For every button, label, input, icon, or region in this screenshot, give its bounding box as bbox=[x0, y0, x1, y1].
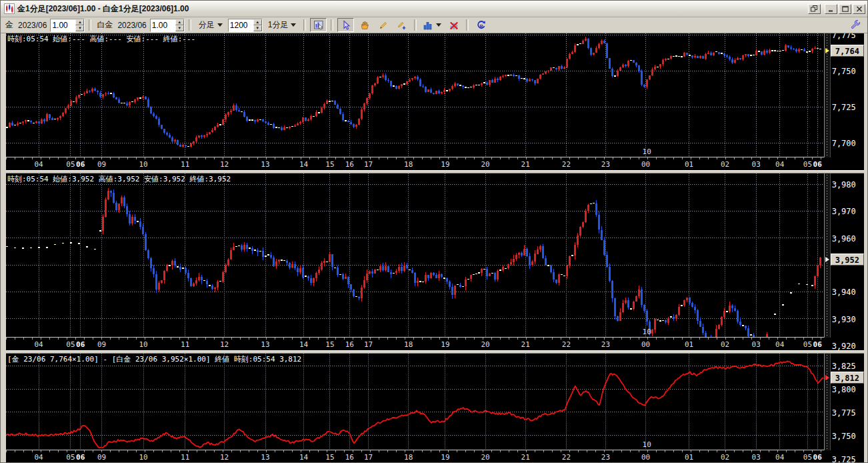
price-scale-slider[interactable] bbox=[824, 173, 831, 338]
maximize-button[interactable] bbox=[839, 4, 851, 14]
time-axis: 0405060910111213141516171819202122230001… bbox=[6, 450, 824, 462]
pencil-anchor-icon bbox=[397, 20, 407, 31]
price-axis-spread: 3,8253,8003,7753,7503,7253,812 bbox=[831, 354, 864, 462]
time-label: 02 bbox=[721, 453, 729, 462]
time-label: 21 bbox=[521, 453, 530, 462]
duplicate-window-button[interactable] bbox=[808, 4, 821, 14]
time-label: 05 bbox=[66, 340, 75, 349]
current-price-marker bbox=[825, 257, 829, 262]
platinum-ratio-input[interactable] bbox=[151, 19, 175, 31]
gold-ratio-input[interactable] bbox=[51, 19, 75, 31]
time-label: 12 bbox=[220, 453, 229, 462]
gold-plot[interactable]: 時刻:05:54 始値:--- 高値:--- 安値:--- 終値:---10 bbox=[6, 33, 824, 157]
pencil-icon bbox=[378, 20, 389, 31]
draw-tools-button[interactable] bbox=[393, 18, 410, 32]
time-label: 06 bbox=[76, 160, 85, 169]
price-label: 3,775 bbox=[832, 408, 856, 418]
time-label: 15 bbox=[325, 453, 334, 462]
time-label: 06 bbox=[813, 453, 822, 462]
current-price-badge: 3,812 bbox=[831, 372, 864, 384]
time-label: 05 bbox=[66, 453, 75, 462]
time-label: 00 bbox=[641, 453, 650, 462]
time-label: 04 bbox=[775, 160, 784, 169]
price-label: 7,750 bbox=[832, 67, 856, 76]
time-label: 04 bbox=[34, 160, 43, 169]
spin-up-icon[interactable]: ▲ bbox=[175, 19, 184, 25]
time-label: 03 bbox=[752, 340, 761, 349]
time-label: 06 bbox=[76, 453, 85, 462]
time-label: 05 bbox=[803, 160, 812, 169]
toolbar: 金 2023/06 ▲▼ 白金 2023/06 ▲▼ 分足 ▲▼ 1分足 bbox=[1, 17, 867, 33]
time-label: 21 bbox=[521, 340, 530, 349]
time-label: 19 bbox=[441, 340, 449, 349]
spin-up-icon[interactable]: ▲ bbox=[253, 19, 262, 25]
settings-wrench-button[interactable] bbox=[847, 18, 864, 32]
bar-count-spinner[interactable]: ▲▼ bbox=[228, 19, 263, 32]
bar-style-dropdown[interactable] bbox=[421, 19, 443, 32]
time-label: 11 bbox=[181, 340, 189, 349]
app-candlestick-icon bbox=[4, 3, 15, 14]
minimize-button[interactable] bbox=[825, 4, 837, 14]
time-label: 04 bbox=[775, 453, 784, 462]
platinum-plot[interactable]: 時刻:05:54 始値:3,952 高値:3,952 安値:3,952 終値:3… bbox=[6, 173, 824, 337]
toolbar-separator bbox=[189, 19, 191, 31]
platinum-ratio-spinner[interactable]: ▲▼ bbox=[150, 19, 185, 32]
interval-dropdown[interactable]: 1分足 bbox=[265, 19, 300, 32]
time-label: 02 bbox=[721, 160, 729, 169]
crosshair-chart-button[interactable] bbox=[310, 18, 327, 32]
price-scale-slider[interactable] bbox=[824, 354, 831, 450]
price-scale-slider[interactable] bbox=[824, 33, 831, 157]
price-label: 3,725 bbox=[832, 455, 856, 462]
bar-count-input[interactable] bbox=[229, 19, 253, 31]
title-bar[interactable]: 金1分足[2023/06]1.00 - 白金1分足[2023/06]1.00 bbox=[1, 1, 867, 17]
delete-x-icon bbox=[449, 20, 459, 31]
time-label: 14 bbox=[299, 453, 308, 462]
gold-ratio-arrows[interactable]: ▲▼ bbox=[75, 19, 84, 31]
time-label: 18 bbox=[404, 160, 413, 169]
gold-info-label: 時刻:05:54 始値:--- 高値:--- 安値:--- 終値:--- bbox=[7, 34, 195, 44]
time-label: 01 bbox=[685, 340, 693, 349]
platinum-month-value[interactable]: 2023/06 bbox=[117, 21, 146, 30]
time-label: 02 bbox=[721, 340, 729, 349]
current-price-marker bbox=[825, 48, 829, 53]
hand-tool-button[interactable] bbox=[356, 18, 373, 32]
toolbar-separator bbox=[414, 19, 417, 31]
time-label: 10 bbox=[139, 340, 148, 349]
spin-up-icon[interactable]: ▲ bbox=[75, 19, 84, 25]
plot-column-gold: 時刻:05:54 始値:--- 高値:--- 安値:--- 終値:---1004… bbox=[6, 33, 824, 170]
current-price-marker bbox=[825, 375, 829, 380]
toolbar-separator bbox=[303, 19, 306, 31]
time-label: 16 bbox=[345, 160, 354, 169]
bar-count-arrows[interactable]: ▲▼ bbox=[253, 19, 262, 31]
time-label: 03 bbox=[752, 453, 761, 462]
time-label: 22 bbox=[562, 160, 571, 169]
chart-panels-container: 時刻:05:54 始値:--- 高値:--- 安値:--- 終値:---1004… bbox=[1, 33, 867, 462]
gold-label: 金 bbox=[5, 19, 13, 31]
wrench-icon bbox=[851, 20, 861, 31]
time-label: 05 bbox=[66, 160, 75, 169]
slider-column bbox=[824, 33, 831, 170]
toolbar-separator bbox=[89, 19, 91, 31]
chart-panel-spread: [金 23/06 7,764×1.00] - [白金 23/06 3,952×1… bbox=[6, 354, 864, 462]
spin-down-icon[interactable]: ▼ bbox=[175, 25, 184, 31]
platinum-ratio-arrows[interactable]: ▲▼ bbox=[175, 19, 184, 31]
spin-down-icon[interactable]: ▼ bbox=[253, 25, 262, 31]
time-label: 06 bbox=[76, 340, 85, 349]
bar-type-dropdown[interactable]: 分足 bbox=[195, 19, 226, 32]
pencil-tool-button[interactable] bbox=[375, 18, 391, 32]
time-label: 06 bbox=[813, 160, 822, 169]
gold-ratio-spinner[interactable]: ▲▼ bbox=[50, 19, 85, 32]
time-label: 20 bbox=[481, 160, 489, 169]
cursor-tool-button[interactable] bbox=[337, 18, 354, 32]
chevron-down-icon bbox=[291, 23, 296, 29]
time-label: 17 bbox=[364, 160, 373, 169]
spin-down-icon[interactable]: ▼ bbox=[75, 25, 84, 31]
gold-month-value[interactable]: 2023/06 bbox=[18, 21, 47, 30]
time-label: 13 bbox=[261, 453, 269, 462]
delete-drawings-button[interactable] bbox=[445, 18, 462, 32]
close-button[interactable] bbox=[853, 4, 865, 14]
bar-chart-icon bbox=[423, 20, 433, 31]
time-label: 12 bbox=[220, 160, 229, 169]
refresh-button[interactable]: R bbox=[473, 18, 489, 32]
spread-plot[interactable]: [金 23/06 7,764×1.00] - [白金 23/06 3,952×1… bbox=[6, 354, 824, 450]
